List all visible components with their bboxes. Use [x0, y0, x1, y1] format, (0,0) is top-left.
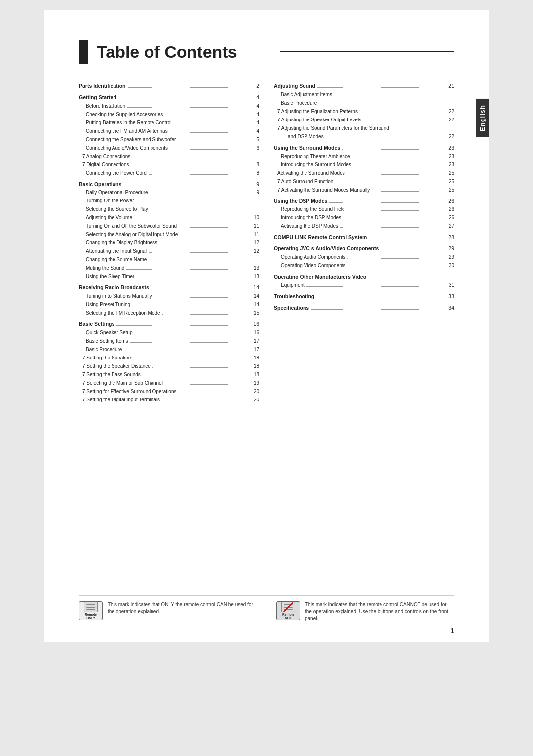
- toc-page-number: 11: [249, 231, 259, 239]
- toc-entry: Using Preset Tuning14: [79, 301, 259, 309]
- toc-entry: Reproducing Theater Ambience23: [274, 153, 454, 160]
- toc-label: Putting Batteries in the Remote Control: [86, 119, 171, 127]
- footer-remote-not: RemoteNOT This mark indicates that the r…: [276, 601, 454, 622]
- toc-label: Using the Surround Modes: [274, 144, 340, 152]
- remote-only-label: RemoteONLY: [85, 613, 97, 620]
- toc-page-number: 22: [444, 116, 454, 124]
- toc-label: Activating the DSP Modes: [281, 222, 338, 230]
- toc-dots: [306, 286, 442, 287]
- toc-page-number: 5: [249, 136, 259, 144]
- toc-dots: [347, 174, 442, 175]
- toc-dots: [352, 158, 442, 158]
- toc-dots: [149, 252, 247, 253]
- page-number: 1: [450, 627, 454, 635]
- toc-dots: [347, 210, 442, 211]
- toc-label: Basic Procedure: [281, 99, 317, 107]
- toc-entry: Turning On and Off the Subwoofer Sound11: [79, 222, 259, 230]
- toc-label: Parts Identification: [79, 82, 126, 90]
- toc-label: Tuning in to Stations Manually: [86, 292, 152, 300]
- footer-remote-only: RemoteONLY This mark indicates that ONLY…: [79, 601, 257, 620]
- toc-entry: Selecting the Source to Play: [79, 205, 259, 213]
- toc-dots: [311, 309, 442, 310]
- toc-label: COMPU LINK Remote Control System: [274, 233, 367, 241]
- toc-dots: [372, 191, 442, 192]
- toc-dots: [162, 401, 247, 401]
- toc-page-number: 26: [444, 197, 454, 205]
- toc-label: Using the Sleep Timer: [86, 273, 134, 280]
- toc-dots: [342, 149, 442, 150]
- toc-entry: Equipment31: [274, 281, 454, 289]
- toc-entry: Adjusting the Volume10: [79, 214, 259, 222]
- toc-entry: Basic Operations9: [79, 180, 259, 189]
- toc-entry: Selecting the FM Reception Mode15: [79, 309, 259, 317]
- toc-dots: [127, 107, 247, 108]
- toc-page-number: 29: [444, 244, 454, 253]
- toc-entry: 7 Setting the Bass Sounds18: [79, 371, 259, 379]
- toc-page-number: 20: [249, 388, 259, 396]
- toc-page-number: 21: [444, 82, 454, 90]
- toc-label: Turning On the Power: [86, 197, 134, 205]
- toc-dots: [363, 121, 442, 121]
- toc-entry: Basic Settings16: [79, 320, 259, 328]
- toc-label: 7 Setting the Speakers: [82, 354, 132, 362]
- toc-entry: Introducing the DSP Modes26: [274, 214, 454, 222]
- toc-entry: 7 Adjusting the Equalization Patterns22: [274, 108, 454, 116]
- toc-entry: Operating Video Components30: [274, 262, 454, 270]
- toc-dots: [173, 124, 247, 124]
- toc-label: Changing the Display Brightness: [86, 239, 157, 247]
- toc-label: Connecting the Speakers and Subwoofer: [86, 136, 176, 144]
- toc-dots: [132, 306, 247, 306]
- toc-label: 7 Analog Connections: [82, 153, 130, 160]
- toc-page-number: 4: [249, 102, 259, 110]
- toc-page-number: 18: [249, 371, 259, 379]
- toc-page-number: 29: [444, 253, 454, 261]
- toc-page-number: 14: [249, 292, 259, 300]
- toc-page-number: 30: [444, 262, 454, 270]
- toc-entry: 7 Setting for Effective Surround Operati…: [79, 388, 259, 396]
- toc-label: Operating Other Manufacturers Video: [274, 273, 366, 281]
- toc-label: Attenuating the Input Signal: [86, 247, 147, 255]
- toc-page-number: 9: [249, 189, 259, 197]
- toc-label: 7 Setting for Effective Surround Operati…: [82, 388, 176, 396]
- toc-label: Introducing the DSP Modes: [281, 214, 341, 222]
- toc-dots: [149, 174, 247, 175]
- toc-page-number: 14: [249, 283, 259, 292]
- toc-left-column: Parts Identification2Getting Started4Bef…: [79, 79, 259, 404]
- toc-entry: Operating JVC s Audio/Video Components29: [274, 244, 454, 253]
- toc-label: Quick Speaker Setup: [86, 329, 133, 337]
- toc-page-number: 26: [444, 205, 454, 213]
- title-section: Table of Contents: [79, 40, 454, 64]
- toc-entry: Basic Setting Items17: [79, 337, 259, 345]
- toc-label: Selecting the Source to Play: [86, 205, 148, 213]
- toc-page-number: 27: [444, 222, 454, 230]
- toc-entry: 7 Activating the Surround Modes Manually…: [274, 186, 454, 194]
- toc-dots: [152, 367, 247, 368]
- toc-label: 7 Activating the Surround Modes Manually: [277, 186, 370, 194]
- toc-dots: [134, 219, 247, 219]
- toc-dots: [348, 267, 442, 267]
- toc-entry: Activating the DSP Modes27: [274, 222, 454, 230]
- toc-dots: [123, 186, 247, 186]
- toc-entry: Connecting the FM and AM Antennas4: [79, 127, 259, 135]
- toc-page-number: 16: [249, 329, 259, 337]
- toc-dots: [178, 141, 247, 141]
- toc-entry: Changing the Display Brightness12: [79, 239, 259, 247]
- toc-label: 7 Adjusting the Speaker Output Levels: [277, 116, 361, 124]
- toc-label: Activating the Surround Modes: [277, 169, 345, 177]
- toc-dots: [353, 166, 442, 166]
- toc-entry: Basic Adjustment Items: [274, 91, 454, 99]
- toc-dots: [126, 269, 247, 270]
- toc-label: Introducing the Surround Modes: [281, 161, 351, 169]
- toc-dots: [162, 314, 247, 315]
- toc-page-number: 13: [249, 264, 259, 272]
- toc-label: Equipment: [281, 281, 305, 289]
- toc-entry: 7 Digital Connections8: [79, 161, 259, 169]
- toc-dots: [178, 393, 247, 393]
- toc-entry: Before Installation4: [79, 102, 259, 110]
- toc-label: Getting Started: [79, 93, 116, 102]
- toc-dots: [316, 298, 442, 298]
- toc-dots: [335, 183, 442, 183]
- toc-label: 7 Setting the Bass Sounds: [82, 371, 141, 379]
- toc-dots: [151, 289, 247, 289]
- toc-page-number: 12: [249, 239, 259, 247]
